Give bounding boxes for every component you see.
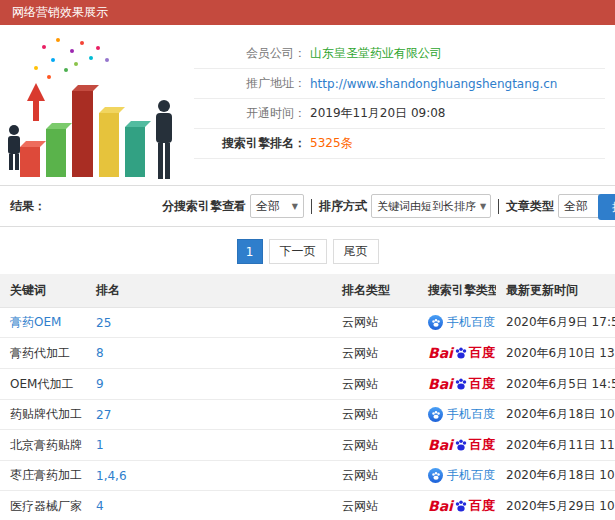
engine-rank-label: 搜索引擎排名： <box>194 135 306 152</box>
submit-button[interactable]: 提交 <box>598 194 615 220</box>
results-table-body: 膏药OEM 25 云网站 手机百度 <box>0 308 615 520</box>
keyword-link[interactable]: 膏药OEM <box>10 315 61 329</box>
mobile-baidu-badge: 手机百度 <box>428 467 495 484</box>
table-row: 北京膏药贴牌 1 云网站 Bai 百度 <box>0 430 615 461</box>
chevron-down-icon: ▼ <box>292 202 298 211</box>
member-company-row: 会员公司： 山东皇圣堂药业有限公司 <box>194 39 605 69</box>
mobile-baidu-badge: 手机百度 <box>428 314 495 331</box>
filter-bar: 结果： 分搜索引擎查看 全部 ▼ 排序方式 关键词由短到长排序 ▼ 文章类型 全… <box>0 185 615 227</box>
rank-cell: 8 <box>86 338 332 369</box>
rank-cell: 25 <box>86 308 332 338</box>
chevron-down-icon: ▼ <box>480 202 486 211</box>
table-row: 膏药OEM 25 云网站 手机百度 <box>0 308 615 338</box>
keyword-link[interactable]: 医疗器械厂家 <box>10 499 82 513</box>
open-time-value: 2019年11月20日 09:08 <box>310 105 445 122</box>
chart-illustration <box>6 31 188 183</box>
updated-time-cell: 2020年6月18日 10:19 <box>496 461 615 491</box>
baidu-logo: Bai 百度 <box>428 344 495 362</box>
businessman-right <box>156 100 172 179</box>
header-bar: 网络营销效果展示 <box>0 0 615 25</box>
baidu-paw-icon <box>454 438 468 452</box>
rank-link[interactable]: 25 <box>96 316 111 330</box>
table-row: 膏药代加工 8 云网站 Bai 百度 <box>0 338 615 369</box>
engine-filter-label: 分搜索引擎查看 <box>162 198 246 215</box>
engine-cell: 手机百度 <box>418 308 496 338</box>
table-row: 枣庄膏药加工 1,4,6 云网站 手机百度 <box>0 461 615 491</box>
rank-cell: 1,4,6 <box>86 461 332 491</box>
table-header-row: 关键词 排名 排名类型 搜索引擎类型 最新更新时间 <box>0 274 615 308</box>
keyword-cell: 枣庄膏药加工 <box>0 461 86 491</box>
next-page-button[interactable]: 下一页 <box>269 239 327 264</box>
open-time-label: 开通时间： <box>194 105 306 122</box>
article-type-label: 文章类型 <box>506 198 554 215</box>
member-company-value: 山东皇圣堂药业有限公司 <box>310 45 442 62</box>
page-title: 网络营销效果展示 <box>12 4 108 21</box>
promo-url-row: 推广地址： http://www.shandonghuangshengtang.… <box>194 69 605 99</box>
mobile-baidu-icon <box>428 315 443 330</box>
sort-filter-select[interactable]: 关键词由短到长排序 ▼ <box>371 194 491 218</box>
engine-cell: 手机百度 <box>418 461 496 491</box>
baidu-logo-text-bai: Bai <box>428 437 453 453</box>
baidu-paw-icon <box>454 377 468 391</box>
engine-cell: Bai 百度 <box>418 369 496 400</box>
baidu-logo-text-du: 百度 <box>469 344 495 362</box>
filter-divider <box>498 199 499 214</box>
baidu-logo: Bai 百度 <box>428 375 495 393</box>
baidu-logo: Bai 百度 <box>428 497 495 515</box>
result-label: 结果： <box>10 198 46 215</box>
keyword-link[interactable]: 北京膏药贴牌 <box>10 438 82 452</box>
keyword-cell: 膏药OEM <box>0 308 86 338</box>
rank-link[interactable]: 9 <box>96 377 104 391</box>
keyword-link[interactable]: 枣庄膏药加工 <box>10 468 82 482</box>
filter-divider <box>311 199 312 214</box>
pagination: 1 下一页 尾页 <box>0 227 615 274</box>
rank-link[interactable]: 4 <box>96 499 104 513</box>
keyword-link[interactable]: 药贴牌代加工 <box>10 407 82 421</box>
table-row: 医疗器械厂家 4 云网站 Bai 百度 <box>0 491 615 520</box>
up-arrow-icon <box>27 83 45 121</box>
rank-cell: 9 <box>86 369 332 400</box>
rank-link[interactable]: 1,4,6 <box>96 469 127 483</box>
rank-cell: 1 <box>86 430 332 461</box>
keyword-link[interactable]: OEM代加工 <box>10 377 73 391</box>
baidu-logo-text-du: 百度 <box>469 497 495 515</box>
rank-link[interactable]: 27 <box>96 408 111 422</box>
page-1-button[interactable]: 1 <box>237 239 263 264</box>
updated-time-cell: 2020年6月9日 17:50 <box>496 308 615 338</box>
rank-link[interactable]: 1 <box>96 438 104 452</box>
rank-type-cell: 云网站 <box>332 369 418 400</box>
rank-type-cell: 云网站 <box>332 491 418 520</box>
keyword-link[interactable]: 膏药代加工 <box>10 346 70 360</box>
rank-cell: 27 <box>86 400 332 430</box>
promo-url-link[interactable]: http://www.shandonghuangshengtang.cn <box>310 77 557 91</box>
engine-cell: Bai 百度 <box>418 338 496 369</box>
member-company-label: 会员公司： <box>194 45 306 62</box>
mobile-baidu-icon <box>428 468 443 483</box>
open-time-row: 开通时间： 2019年11月20日 09:08 <box>194 99 605 129</box>
info-section: 会员公司： 山东皇圣堂药业有限公司 推广地址： http://www.shand… <box>0 25 615 185</box>
rank-link[interactable]: 8 <box>96 346 104 360</box>
keyword-cell: OEM代加工 <box>0 369 86 400</box>
rank-type-cell: 云网站 <box>332 461 418 491</box>
engine-filter-select[interactable]: 全部 ▼ <box>250 194 304 218</box>
table-row: 药贴牌代加工 27 云网站 手机百度 <box>0 400 615 430</box>
promo-url-label: 推广地址： <box>194 75 306 92</box>
table-row: OEM代加工 9 云网站 Bai 百度 <box>0 369 615 400</box>
sort-filter-label: 排序方式 <box>319 198 367 215</box>
baidu-logo-text-bai: Bai <box>428 345 453 361</box>
mobile-baidu-badge: 手机百度 <box>428 406 495 423</box>
updated-time-cell: 2020年6月18日 10:25 <box>496 400 615 430</box>
col-engine-type: 搜索引擎类型 <box>418 274 496 308</box>
last-page-button[interactable]: 尾页 <box>333 239 379 264</box>
mobile-baidu-label: 手机百度 <box>447 406 495 423</box>
baidu-paw-icon <box>454 346 468 360</box>
keyword-cell: 医疗器械厂家 <box>0 491 86 520</box>
rank-type-cell: 云网站 <box>332 338 418 369</box>
keyword-cell: 北京膏药贴牌 <box>0 430 86 461</box>
rank-cell: 4 <box>86 491 332 520</box>
updated-time-cell: 2020年5月29日 10:32 <box>496 491 615 520</box>
article-type-group: 文章类型 全部 ▼ <box>506 194 612 218</box>
baidu-logo-text-bai: Bai <box>428 498 453 514</box>
engine-filter-group: 分搜索引擎查看 全部 ▼ <box>162 194 304 218</box>
col-rank: 排名 <box>86 274 332 308</box>
